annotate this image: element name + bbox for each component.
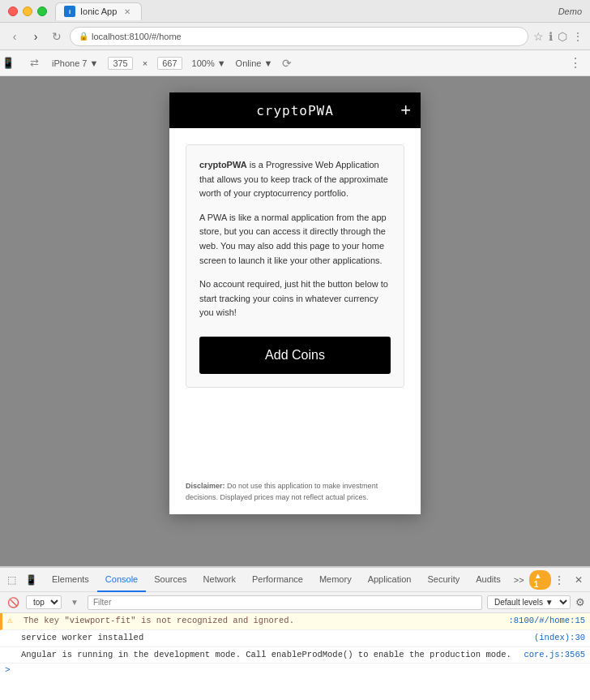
tab-console[interactable]: Console — [97, 568, 146, 592]
tab-performance[interactable]: Performance — [244, 568, 311, 592]
disclaimer-bold: Disclaimer: — [186, 482, 225, 490]
device-toolbar: 📱 ⇄ iPhone 7 ▼ 375 × 667 100% ▼ Online ▼… — [0, 50, 590, 76]
console-output: ⚠ The key "viewport-fit" is not recogniz… — [0, 613, 590, 700]
add-coins-button[interactable]: Add Coins — [199, 337, 391, 374]
device-name-select[interactable]: iPhone 7 ▼ — [52, 58, 98, 68]
zoom-select[interactable]: 100% ▼ — [192, 58, 226, 68]
network-select[interactable]: Online ▼ — [236, 58, 273, 68]
address-bar: ‹ › ↻ 🔒 localhost:8100/#/home ☆ ℹ ⬡ ⋮ — [0, 23, 590, 50]
angular-link[interactable]: core.js:3565 — [524, 650, 585, 659]
tab-sources[interactable]: Sources — [146, 568, 195, 592]
context-select[interactable]: top — [26, 595, 62, 609]
star-icon[interactable]: ☆ — [533, 30, 544, 43]
warning-icon: ⚠ — [7, 615, 19, 625]
devtools-close-icon[interactable]: ✕ — [571, 572, 587, 588]
devtools-panel: ⬚ 📱 Elements Console Sources Network Per… — [0, 566, 590, 700]
more-tabs-button[interactable]: >> — [509, 575, 529, 585]
extension-icon[interactable]: ⬡ — [558, 30, 567, 43]
tab-close-icon[interactable]: ✕ — [122, 6, 133, 17]
back-button[interactable]: ‹ — [6, 28, 23, 45]
url-text: localhost:8100/#/home — [92, 32, 182, 41]
tab-favicon: i — [64, 6, 75, 17]
traffic-lights — [8, 6, 47, 16]
refresh-button[interactable]: ↻ — [49, 28, 65, 45]
tab-elements[interactable]: Elements — [44, 568, 97, 592]
devtools-left-icons: ⬚ 📱 — [3, 572, 39, 588]
warning-badge: ▲ 1 — [529, 570, 551, 590]
intro-card: cryptoPWA is a Progressive Web Applicati… — [186, 144, 404, 388]
clear-console-icon[interactable]: 🚫 — [5, 595, 21, 611]
devtools-right-icons: ⋮ ✕ — [551, 572, 587, 588]
demo-label: Demo — [558, 6, 582, 16]
lock-icon: 🔒 — [79, 32, 88, 41]
devtools-cursor-icon[interactable]: ⬚ — [3, 572, 19, 588]
intro-paragraph-3: No account required, just hit the button… — [199, 277, 391, 320]
toolbar-icons: ☆ ℹ ⬡ ⋮ — [533, 30, 584, 43]
devtools-mobile-icon[interactable]: 📱 — [23, 572, 39, 588]
console-sw-text: service worker installed — [21, 632, 526, 645]
intro-paragraph-1: cryptoPWA is a Progressive Web Applicati… — [199, 158, 391, 201]
title-bar: i Ionic App ✕ Demo — [0, 0, 590, 23]
app-header: cryptoPWA + — [169, 92, 421, 128]
app-name-bold: cryptoPWA — [199, 160, 247, 170]
intro-paragraph-2: A PWA is like a normal application from … — [199, 211, 391, 268]
width-input[interactable]: 375 — [108, 57, 132, 70]
settings-icon[interactable]: ⚙ — [575, 596, 585, 608]
menu-icon[interactable]: ⋮ — [572, 30, 584, 43]
close-button[interactable] — [8, 6, 18, 16]
console-warning-text: The key "viewport-fit" is not recognized… — [24, 615, 500, 628]
console-prompt[interactable]: > — [0, 663, 590, 676]
levels-select[interactable]: Default levels ▼ — [487, 595, 571, 609]
tab-bar: i Ionic App ✕ — [55, 2, 558, 20]
tab-label: Ionic App — [80, 6, 117, 16]
more-options-icon[interactable]: ⋮ — [569, 55, 590, 71]
phone-frame: cryptoPWA + cryptoPWA is a Progressive W… — [169, 92, 421, 514]
console-filter-input[interactable] — [88, 595, 482, 610]
warning-link[interactable]: :8100/#/home:15 — [508, 616, 585, 625]
height-input[interactable]: 667 — [157, 57, 182, 70]
responsive-icon[interactable]: ⇄ — [26, 55, 42, 71]
tab-security[interactable]: Security — [419, 568, 468, 592]
tab-favicon-text: i — [69, 8, 71, 15]
tab-network[interactable]: Network — [195, 568, 244, 592]
browser-tab[interactable]: i Ionic App ✕ — [55, 2, 142, 20]
tab-application[interactable]: Application — [360, 568, 420, 592]
add-coin-button[interactable]: + — [400, 100, 411, 121]
tab-memory[interactable]: Memory — [311, 568, 360, 592]
url-bar[interactable]: 🔒 localhost:8100/#/home — [70, 27, 528, 46]
info-icon[interactable]: ℹ — [549, 30, 553, 43]
app-title: cryptoPWA — [256, 103, 334, 118]
devtools-menu-icon[interactable]: ⋮ — [551, 572, 567, 588]
app-content: cryptoPWA is a Progressive Web Applicati… — [169, 128, 421, 473]
forward-button[interactable]: › — [28, 28, 44, 45]
console-toolbar: 🚫 top ▼ Default levels ▼ ⚙ — [0, 592, 590, 613]
context-arrow-icon[interactable]: ▼ — [66, 595, 83, 611]
tab-audits[interactable]: Audits — [468, 568, 509, 592]
console-line-warning: ⚠ The key "viewport-fit" is not recogniz… — [0, 613, 590, 630]
console-line-sw: service worker installed (index):30 — [0, 630, 590, 647]
app-footer: Disclaimer: Do not use this application … — [169, 473, 421, 514]
console-line-angular: Angular is running in the development mo… — [0, 647, 590, 664]
fullscreen-button[interactable] — [37, 6, 47, 16]
console-angular-text: Angular is running in the development mo… — [21, 649, 515, 662]
minimize-button[interactable] — [23, 6, 32, 16]
devtools-toggle-icon[interactable]: 📱 — [0, 55, 16, 71]
browser-window: i Ionic App ✕ Demo ‹ › ↻ 🔒 localhost:810… — [0, 0, 590, 700]
viewport-wrapper: cryptoPWA + cryptoPWA is a Progressive W… — [0, 76, 590, 566]
disclaimer-text: Disclaimer: Do not use this application … — [186, 481, 404, 503]
sw-link[interactable]: (index):30 — [534, 633, 585, 642]
devtools-tab-bar: ⬚ 📱 Elements Console Sources Network Per… — [0, 568, 590, 592]
x-label: × — [143, 58, 148, 68]
rotate-icon[interactable]: ⟳ — [282, 57, 292, 70]
